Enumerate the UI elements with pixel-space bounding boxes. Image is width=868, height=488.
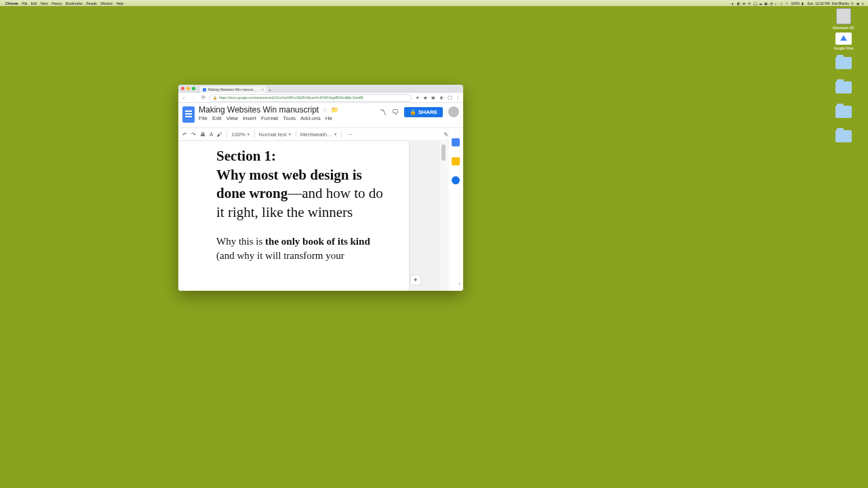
menu-edit[interactable]: Edit — [31, 1, 37, 5]
menubar-time[interactable]: 12:22 PM — [815, 1, 829, 5]
move-folder-icon[interactable]: 📁 — [331, 106, 338, 113]
nav-back-button[interactable]: ← — [181, 96, 188, 100]
calendar-app-icon[interactable] — [452, 138, 460, 146]
docs-menu-insert[interactable]: Insert — [243, 115, 256, 121]
desktop-folder[interactable] — [830, 106, 857, 119]
chrome-toolbar: ← → ⟳ 🔒 https://docs.google.com/document… — [178, 93, 463, 103]
account-avatar[interactable] — [448, 106, 459, 117]
menu-view[interactable]: View — [41, 1, 48, 5]
spellcheck-button[interactable]: Ā — [210, 131, 213, 138]
chevron-down-icon: ▼ — [288, 132, 292, 136]
siri-icon[interactable]: ◉ — [856, 1, 860, 5]
comments-icon[interactable]: 🗨 — [392, 108, 399, 116]
nav-forward-button[interactable]: → — [191, 96, 197, 100]
extension-icon[interactable]: ★ — [414, 95, 420, 100]
docs-header: Making Websites Win manuscript ☆ 📁 File … — [178, 103, 463, 127]
vertical-scrollbar[interactable] — [440, 142, 447, 291]
status-icon[interactable]: ▣ — [764, 1, 768, 5]
notifications-icon[interactable]: ≡ — [862, 1, 865, 5]
tasks-app-icon[interactable] — [452, 176, 460, 184]
google-side-panel: › — [448, 129, 463, 291]
heading-2: Why this is the only book of its kind (a… — [216, 235, 389, 263]
battery-icon[interactable]: ▮ — [802, 1, 805, 5]
redo-button[interactable]: ↷ — [191, 131, 196, 138]
extension-icon[interactable]: ◆ — [422, 95, 428, 100]
desktop-folder[interactable] — [830, 57, 857, 70]
window-minimize-button[interactable] — [186, 87, 190, 90]
desktop-folder[interactable] — [830, 130, 857, 144]
menubar-day[interactable]: Sun — [807, 1, 813, 5]
menu-history[interactable]: History — [52, 1, 62, 5]
document-page[interactable]: Section 1: Why most web design is done w… — [178, 142, 409, 291]
profile-icon[interactable]: ◯ — [447, 95, 452, 100]
spotlight-icon[interactable]: ⚲ — [851, 1, 854, 5]
h2-bold: the only book of its kind — [265, 236, 370, 247]
docs-menu-tools[interactable]: Tools — [283, 115, 296, 121]
wifi-icon[interactable]: ⌔ — [786, 1, 789, 5]
chrome-menu-icon[interactable]: ⋮ — [455, 95, 460, 100]
tab-close-icon[interactable]: × — [262, 87, 264, 92]
status-icon[interactable]: ⟳ — [748, 1, 751, 5]
status-icon[interactable]: ◧ — [737, 1, 741, 5]
new-tab-button[interactable]: + — [267, 88, 273, 93]
tab-title: Making Websites Win manusc… — [208, 87, 257, 92]
google-docs-logo-icon[interactable] — [182, 106, 195, 123]
status-icon[interactable]: ◔ — [770, 1, 773, 5]
battery-percent[interactable]: 100% — [791, 1, 800, 5]
bluetooth-icon[interactable]: ᛒ — [781, 1, 784, 5]
side-panel-collapse-icon[interactable]: › — [458, 281, 460, 287]
docs-menu-format[interactable]: Format — [261, 115, 278, 121]
docs-menu-help[interactable]: He — [326, 115, 332, 121]
folder-icon — [835, 130, 852, 142]
scrollbar-thumb[interactable] — [441, 144, 446, 161]
window-close-button[interactable] — [181, 87, 184, 90]
h2-pre: Why this is — [216, 236, 265, 247]
docs-canvas: Section 1: Why most web design is done w… — [178, 142, 447, 291]
docs-menu-view[interactable]: View — [226, 115, 238, 121]
window-controls — [181, 87, 195, 90]
section-label: Section 1: — [216, 148, 276, 164]
address-bar[interactable]: 🔒 https://docs.google.com/document/d/1Gm… — [210, 94, 412, 102]
menu-help[interactable]: Help — [116, 1, 123, 5]
star-icon[interactable]: ☆ — [322, 106, 328, 113]
menu-people[interactable]: People — [86, 1, 97, 5]
folder-icon — [835, 81, 852, 94]
tab-favicon-icon — [203, 88, 206, 92]
menu-bookmarks[interactable]: Bookmarks — [66, 1, 83, 5]
docs-menubar: File Edit View Insert Format Tools Add-o… — [199, 115, 376, 121]
status-icon[interactable]: ♪ — [775, 1, 778, 5]
print-button[interactable]: 🖶 — [200, 131, 205, 138]
desktop-folder[interactable] — [830, 81, 857, 95]
extension-icon[interactable]: ▣ — [431, 95, 436, 100]
document-title[interactable]: Making Websites Win manuscript — [199, 105, 319, 115]
activity-icon[interactable]: 〽 — [380, 108, 387, 116]
status-icon[interactable]: ⊕ — [743, 1, 746, 5]
undo-button[interactable]: ↶ — [182, 131, 187, 138]
docs-menu-file[interactable]: File — [199, 115, 208, 121]
nav-reload-button[interactable]: ⟳ — [200, 95, 207, 100]
paint-format-button[interactable]: 🖌 — [217, 131, 222, 138]
docs-menu-addons[interactable]: Add-ons — [300, 115, 321, 121]
menu-file[interactable]: File — [22, 1, 27, 5]
browser-tab[interactable]: Making Websites Win manusc… × — [200, 86, 267, 93]
desktop-hd[interactable]: Macintosh HD — [830, 8, 857, 30]
menubar-app-name[interactable]: Chrome — [5, 1, 18, 5]
keep-app-icon[interactable] — [452, 157, 460, 165]
docs-menu-edit[interactable]: Edit — [212, 115, 222, 121]
paragraph-style-dropdown[interactable]: Normal text▼ — [259, 131, 292, 138]
desktop-google-drive[interactable]: Google Drive — [830, 33, 857, 50]
explore-icon: ✦ — [413, 277, 418, 283]
font-dropdown[interactable]: Merriweath…▼ — [300, 131, 338, 138]
extension-icon[interactable]: ◐ — [439, 95, 444, 100]
zoom-value: 100% — [231, 131, 245, 138]
toolbar-more-button[interactable]: ⋯ — [347, 131, 353, 138]
share-button[interactable]: 🔒 SHARE — [404, 107, 443, 117]
status-icon[interactable]: ◯ — [753, 1, 757, 5]
status-icon[interactable]: ☁ — [759, 1, 762, 5]
window-zoom-button[interactable] — [192, 87, 195, 90]
explore-button[interactable]: ✦ — [410, 274, 421, 285]
zoom-dropdown[interactable]: 100%▼ — [231, 131, 250, 138]
menubar-user[interactable]: Karl Blanks — [832, 1, 849, 5]
status-icon[interactable]: ● — [732, 1, 735, 5]
menu-window[interactable]: Window — [100, 1, 113, 5]
